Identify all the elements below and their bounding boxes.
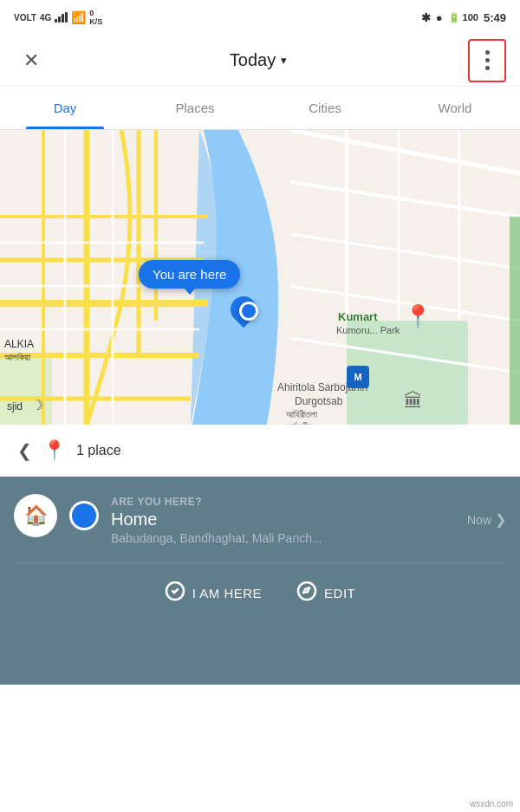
three-dots-icon — [485, 50, 490, 70]
signal-bar-1 — [55, 19, 57, 23]
svg-rect-25 — [510, 217, 520, 425]
home-icon: 🏠 — [24, 504, 48, 527]
status-right: ✱ ● 🔋 100 5:49 — [421, 11, 506, 24]
title-section[interactable]: Today ▾ — [230, 50, 287, 70]
map-view[interactable]: ALKIA আলকিয়া Kumart Kumoru... Park Ahir… — [0, 130, 520, 425]
dot-3 — [485, 66, 490, 70]
tab-bar: Day Places Cities World — [0, 87, 520, 130]
info-bar: ❮ 📍 1 place — [0, 425, 520, 477]
carrier-label: VOLT — [14, 13, 36, 23]
title-text: Today — [230, 50, 276, 70]
edit-label: EDIT — [324, 586, 355, 601]
signal-bar-4 — [65, 12, 68, 23]
now-label: Now ❯ — [467, 511, 506, 528]
watermark: wsxdn.com — [470, 799, 513, 809]
map-label-alkia-en: ALKIA — [4, 338, 34, 350]
map-label-alkia-bn: আলকিয়া — [4, 352, 30, 363]
status-bar: VOLT 4G 📶 0K/S ✱ ● 🔋 100 5:49 — [0, 0, 520, 35]
battery-level: 🔋 100 — [448, 12, 478, 23]
you-are-here-bubble: You are here — [139, 260, 240, 289]
back-button[interactable]: ❮ — [17, 440, 32, 461]
current-location-dot — [239, 302, 258, 321]
signal-bar-3 — [62, 14, 64, 23]
location-address: Babudanga, Bandhaghat, Mali Panch... — [111, 531, 506, 545]
location-icon: ● — [436, 11, 443, 24]
metro-icon: M — [347, 366, 369, 388]
close-button[interactable]: ✕ — [14, 43, 49, 78]
time-display: 5:49 — [484, 11, 506, 24]
kumart-pin: 📍 — [404, 303, 432, 330]
edit-button[interactable]: EDIT — [296, 581, 355, 606]
map-svg — [0, 130, 520, 425]
location-row: 🏠 ARE YOU HERE? Home Now ❯ Babudanga, Ba… — [14, 494, 506, 545]
map-label-sjid: sjid — [7, 400, 23, 412]
tab-cities[interactable]: Cities — [260, 87, 390, 129]
bluetooth-icon: ✱ — [421, 11, 431, 24]
dot-2 — [485, 58, 490, 62]
signal-bars — [55, 12, 68, 23]
map-label-kumart: Kumart — [338, 310, 378, 323]
signal-bar-2 — [58, 16, 61, 23]
data-speed: 0K/S — [89, 9, 102, 26]
current-location-indicator — [69, 501, 99, 530]
tab-cities-label: Cities — [309, 101, 341, 115]
mosque-icon: ☽ — [31, 397, 43, 413]
location-card: 🏠 ARE YOU HERE? Home Now ❯ Babudanga, Ba… — [0, 477, 520, 685]
status-left: VOLT 4G 📶 0K/S — [14, 9, 102, 26]
location-pin-icon: 📍 — [42, 439, 66, 462]
location-name-row: Home Now ❯ — [111, 510, 506, 529]
dot-1 — [485, 50, 490, 55]
tab-places-label: Places — [175, 101, 214, 115]
chevron-right-icon: ❯ — [495, 511, 506, 528]
home-icon-circle: 🏠 — [14, 494, 57, 537]
are-you-here-label: ARE YOU HERE? — [111, 496, 506, 508]
i-am-here-label: I AM HERE — [192, 586, 262, 601]
tab-world[interactable]: World — [390, 87, 520, 129]
i-am-here-button[interactable]: I AM HERE — [165, 581, 262, 606]
action-buttons-row: I AM HERE EDIT — [14, 562, 506, 623]
tab-places[interactable]: Places — [130, 87, 260, 129]
location-details: ARE YOU HERE? Home Now ❯ Babudanga, Band… — [111, 494, 506, 545]
network-type: 4G — [40, 13, 51, 23]
wifi-icon: 📶 — [71, 10, 86, 24]
tab-day-label: Day — [54, 101, 77, 115]
top-bar: ✕ Today ▾ — [0, 35, 520, 87]
tab-world-label: World — [439, 101, 472, 115]
tab-day[interactable]: Day — [0, 87, 130, 129]
map-label-sarbojanin-bn: সার্বজনীন... — [286, 421, 321, 425]
map-label-durgotsab: Durgotsab — [295, 395, 342, 407]
place-count-label: 1 place — [76, 443, 121, 458]
more-options-button[interactable] — [468, 39, 506, 82]
edit-icon — [296, 581, 317, 606]
dropdown-arrow: ▾ — [281, 54, 287, 67]
monument-icon: 🏛 — [404, 390, 423, 412]
i-am-here-icon — [165, 581, 185, 606]
map-label-ahiritola-bn: আহিরীতলা — [286, 409, 317, 420]
close-icon: ✕ — [23, 49, 39, 72]
map-label-kumortu-park: Kumoru... Park — [336, 325, 400, 335]
location-name: Home — [111, 510, 157, 529]
